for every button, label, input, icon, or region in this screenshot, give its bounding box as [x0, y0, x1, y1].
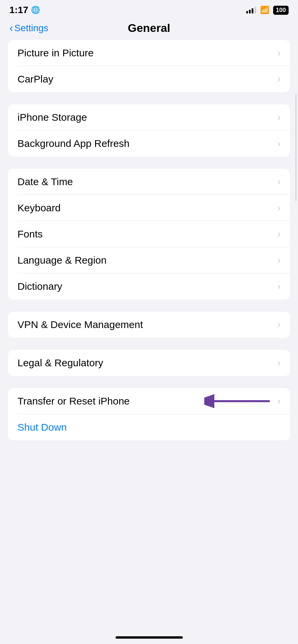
date-time-label: Date & Time [17, 176, 73, 187]
settings-row-transfer-reset[interactable]: Transfer or Reset iPhone › [8, 388, 290, 414]
wifi-icon: 📶 [260, 6, 269, 14]
chevron-right-icon: › [278, 176, 281, 187]
settings-row-background-app-refresh[interactable]: Background App Refresh › [8, 130, 290, 157]
signal-bar-4 [254, 7, 256, 13]
page-title: General [128, 21, 170, 35]
chevron-right-icon: › [278, 319, 281, 330]
chevron-right-icon: › [278, 281, 281, 292]
signal-bar-2 [249, 10, 251, 13]
settings-row-fonts[interactable]: Fonts › [8, 221, 290, 247]
chevron-right-icon: › [278, 138, 281, 149]
transfer-reset-label: Transfer or Reset iPhone [17, 395, 130, 407]
scrollbar[interactable] [295, 94, 297, 201]
chevron-right-icon: › [278, 203, 281, 213]
chevron-right-icon: › [278, 74, 281, 85]
settings-group-1: Picture in Picture › CarPlay › [8, 40, 290, 92]
status-time: 1:17 🌐 [9, 5, 40, 15]
iphone-storage-label: iPhone Storage [17, 112, 87, 123]
signal-bar-3 [252, 8, 253, 13]
legal-regulatory-label: Legal & Regulatory [17, 357, 103, 369]
chevron-right-icon: › [278, 112, 281, 123]
settings-row-keyboard[interactable]: Keyboard › [8, 195, 290, 221]
arrow-annotation [204, 393, 271, 410]
status-right-icons: 📶 100 [246, 6, 289, 15]
settings-row-dictionary[interactable]: Dictionary › [8, 273, 290, 300]
back-button[interactable]: ‹ Settings [9, 23, 48, 34]
nav-bar: ‹ Settings General [0, 19, 298, 40]
settings-row-carplay[interactable]: CarPlay › [8, 66, 290, 92]
globe-icon: 🌐 [31, 6, 40, 14]
keyboard-label: Keyboard [17, 202, 60, 214]
settings-group-6: Transfer or Reset iPhone › Shut Down [8, 388, 290, 440]
home-indicator [116, 636, 183, 639]
language-region-label: Language & Region [17, 255, 107, 266]
time-display: 1:17 [9, 5, 28, 15]
battery-icon: 100 [273, 6, 289, 15]
picture-in-picture-label: Picture in Picture [17, 47, 94, 59]
settings-group-4: VPN & Device Management › [8, 312, 290, 338]
settings-row-date-time[interactable]: Date & Time › [8, 169, 290, 195]
signal-bars-icon [246, 7, 256, 13]
dictionary-label: Dictionary [17, 281, 62, 292]
background-app-refresh-label: Background App Refresh [17, 138, 130, 149]
back-chevron-icon: ‹ [9, 22, 13, 33]
settings-group-2: iPhone Storage › Background App Refresh … [8, 104, 290, 157]
settings-group-5: Legal & Regulatory › [8, 350, 290, 376]
fonts-label: Fonts [17, 228, 43, 240]
vpn-device-management-label: VPN & Device Management [17, 319, 143, 330]
shut-down-label: Shut Down [17, 422, 67, 433]
settings-content: Picture in Picture › CarPlay › iPhone St… [0, 40, 298, 440]
chevron-right-icon: › [278, 255, 281, 266]
chevron-right-icon: › [278, 229, 281, 239]
settings-group-3: Date & Time › Keyboard › Fonts › Languag… [8, 169, 290, 300]
settings-row-language-region[interactable]: Language & Region › [8, 247, 290, 273]
settings-row-iphone-storage[interactable]: iPhone Storage › [8, 104, 290, 130]
chevron-right-icon: › [278, 48, 281, 58]
settings-row-vpn-device-management[interactable]: VPN & Device Management › [8, 312, 290, 338]
chevron-right-icon: › [278, 358, 281, 368]
battery-level: 100 [276, 7, 286, 14]
chevron-right-icon: › [278, 396, 281, 407]
signal-bar-1 [246, 11, 248, 13]
settings-row-legal-regulatory[interactable]: Legal & Regulatory › [8, 350, 290, 376]
settings-row-picture-in-picture[interactable]: Picture in Picture › [8, 40, 290, 66]
status-bar: 1:17 🌐 📶 100 [0, 0, 298, 19]
settings-row-shut-down[interactable]: Shut Down [8, 414, 290, 440]
carplay-label: CarPlay [17, 73, 53, 85]
back-label: Settings [14, 23, 48, 34]
